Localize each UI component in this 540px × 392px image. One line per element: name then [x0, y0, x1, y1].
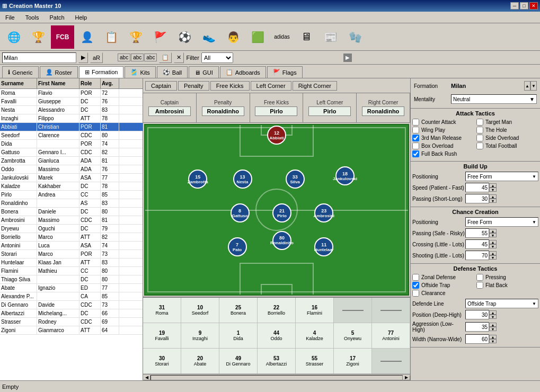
buildup-passing-down[interactable]: ▼ — [489, 199, 497, 203]
bench-player[interactable]: 31Roma — [143, 298, 181, 323]
bench-player[interactable]: 1Dida — [219, 323, 258, 348]
toolbar-face-icon[interactable]: 👤 — [75, 25, 99, 49]
list-item[interactable]: Favalli Giuseppe DC 76 — [0, 97, 143, 106]
defense-aggression-up[interactable]: ▲ — [489, 323, 497, 327]
mentality-select[interactable]: Neutral ▼ — [451, 94, 537, 104]
scroll-left-button[interactable]: ◀ — [143, 375, 151, 380]
chance-shooting-up[interactable]: ▲ — [489, 251, 497, 255]
bench-player[interactable]: 10Seedorf — [181, 298, 219, 323]
list-item[interactable]: Di Gennaro Davide CDC 73 — [0, 301, 143, 309]
menu-tools[interactable]: Tools — [22, 13, 42, 22]
bench-player[interactable]: 30Storari — [143, 349, 181, 373]
defense-width-down[interactable]: ▼ — [489, 339, 497, 343]
field-player[interactable]: 33Silva — [286, 170, 305, 189]
list-item[interactable]: Gattuso Gennaro I... CDC 82 — [0, 148, 143, 157]
field-player[interactable]: 18Jankulovski — [335, 166, 355, 185]
the-hole-checkbox[interactable] — [476, 127, 483, 133]
defense-position-up[interactable]: ▲ — [489, 310, 497, 315]
buildup-speed-up[interactable]: ▲ — [489, 183, 497, 188]
list-item[interactable]: Strasser Rodney CDC 69 — [0, 318, 143, 326]
leftcorner-value[interactable]: Pirlo — [308, 106, 351, 116]
toolbar-boot-icon[interactable]: 👟 — [197, 25, 220, 49]
defense-aggression-down[interactable]: ▼ — [489, 327, 497, 331]
minimize-button[interactable]: ─ — [510, 2, 519, 10]
counter-attack-checkbox[interactable] — [412, 119, 419, 126]
defend-line-select[interactable]: Offside Trap ▼ — [465, 299, 538, 308]
list-item[interactable]: Antonini Luca ASA 74 — [0, 242, 143, 250]
list-item[interactable]: Huntelaar Klaas Jan ATT 83 — [0, 259, 143, 267]
tab-kits[interactable]: 🎽 Kits — [125, 66, 155, 78]
formation-tab-penalty[interactable]: Penalty — [178, 81, 209, 91]
flat-back-checkbox[interactable] — [476, 282, 483, 289]
pressing-checkbox[interactable] — [476, 274, 483, 281]
toolbar-flag-icon[interactable]: 🚩 — [148, 25, 172, 49]
list-item[interactable]: Kaladze Kakhaber DC 78 — [0, 182, 143, 191]
full-back-rush-checkbox[interactable] — [412, 150, 419, 157]
scroll-right-button[interactable]: ▶ — [403, 375, 410, 380]
list-item[interactable]: Seedorf Clarence CDC 80 — [0, 131, 143, 140]
chance-crossing-down[interactable]: ▼ — [489, 244, 497, 248]
captain-value[interactable]: Ambrosini — [148, 106, 191, 116]
bench-player[interactable]: 16Flamini — [296, 298, 334, 323]
formation-tab-captain[interactable]: Captain — [145, 81, 177, 91]
formation-tab-rightcorner[interactable]: Right Corner — [293, 81, 337, 91]
formation-tab-freekicks[interactable]: Free Kicks — [210, 81, 250, 91]
chance-shooting-input[interactable] — [465, 251, 489, 260]
total-football-checkbox[interactable] — [476, 142, 483, 149]
list-item[interactable]: Dida POR 74 — [0, 140, 143, 148]
abc-icon-1[interactable]: abc — [118, 54, 130, 61]
tab-formation[interactable]: ⊞ Formation — [79, 66, 124, 78]
header-firstname[interactable]: First Name — [37, 78, 79, 88]
list-item[interactable]: Roma Flavio POR 72 — [0, 89, 143, 97]
field-player[interactable]: 15Zambrotta — [188, 170, 207, 189]
bench-player[interactable]: 22Borriello — [258, 298, 296, 323]
list-item[interactable]: Pirlo Andrea CC 85 — [0, 191, 143, 199]
zonal-defense-checkbox[interactable] — [412, 274, 419, 281]
list-item[interactable]: Inzaghi Filippo ATT 78 — [0, 114, 143, 123]
freekicks-value[interactable]: Pirlo — [255, 106, 297, 116]
bench-player[interactable]: 49Di Gennaro — [219, 349, 258, 373]
offside-trap-checkbox[interactable] — [412, 282, 419, 289]
field-player[interactable]: 11Huntelaar — [314, 237, 333, 256]
buildup-passing-input[interactable] — [465, 194, 489, 203]
toolbar-field-icon[interactable]: 🟩 — [246, 25, 269, 49]
toolbar-glove-icon[interactable]: 🧤 — [343, 25, 367, 49]
search-button[interactable]: ▶ — [78, 52, 88, 63]
toolbar-adidas-icon[interactable]: adidas — [270, 25, 294, 49]
bench-player[interactable]: 19Favalli — [143, 323, 181, 348]
toolbar-clipboard-icon[interactable]: 📋 — [100, 25, 123, 49]
bench-player[interactable]: 53Albertazzi — [258, 349, 296, 373]
toolbar-premier-icon[interactable]: 🏆 — [26, 25, 50, 49]
list-item[interactable]: Zigoni Gianmarco ATT 64 — [0, 326, 143, 335]
defense-width-up[interactable]: ▲ — [489, 335, 497, 339]
bench-player[interactable]: 5Onyewu — [334, 323, 372, 348]
list-item[interactable]: Dryewu Oguchi DC 79 — [0, 225, 143, 233]
bench-player[interactable]: 17Zigoni — [334, 349, 372, 373]
buildup-speed-down[interactable]: ▼ — [489, 188, 497, 192]
list-item[interactable]: Abbiati Christian POR 81 — [0, 123, 143, 131]
target-man-checkbox[interactable] — [476, 119, 483, 126]
list-item[interactable]: Flamini Mathieu CC 80 — [0, 267, 143, 275]
bench-player[interactable]: 25Bonera — [219, 298, 258, 323]
list-item[interactable]: Ambrosini Massimo CDC 81 — [0, 216, 143, 225]
list-item[interactable]: Thiago Silva DC 80 — [0, 275, 143, 284]
chance-crossing-input[interactable] — [465, 239, 489, 249]
close-button[interactable]: ✕ — [529, 2, 538, 10]
defense-position-down[interactable]: ▼ — [489, 315, 497, 319]
menu-file[interactable]: File — [2, 13, 18, 22]
clearance-checkbox[interactable] — [412, 290, 419, 297]
list-item[interactable]: Bonera Daniele DC 80 — [0, 208, 143, 216]
buildup-passing-up[interactable]: ▲ — [489, 194, 497, 199]
tab-ball[interactable]: ⚽ Ball — [157, 66, 188, 78]
header-role[interactable]: Role — [79, 78, 101, 88]
field-player[interactable]: 8Gattuso — [231, 203, 250, 222]
penalty-value[interactable]: Ronaldinho — [202, 106, 244, 116]
search-option-button[interactable]: aR — [90, 52, 103, 63]
3rd-man-release-checkbox[interactable] — [412, 135, 419, 141]
chance-passing-down[interactable]: ▼ — [489, 233, 497, 237]
field-player[interactable]: 7Pato — [228, 237, 247, 256]
rightcorner-value[interactable]: Ronaldinho — [362, 106, 404, 116]
tab-flags[interactable]: 🚩 Flags — [267, 66, 303, 78]
list-item[interactable]: Oddo Massimo ADA 76 — [0, 165, 143, 174]
defense-width-input[interactable] — [465, 334, 489, 344]
